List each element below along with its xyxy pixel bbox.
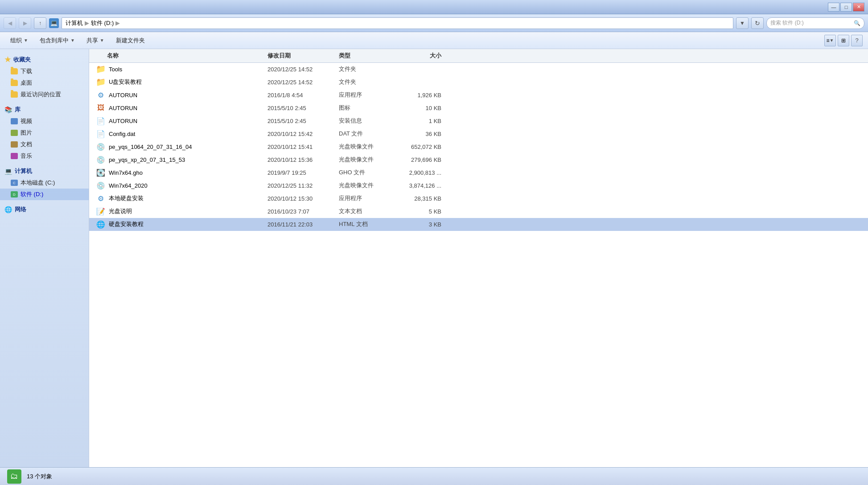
file-type-cell: 文件夹 [339,65,392,73]
file-type-icon: 🌐 [96,220,105,229]
help-button[interactable]: ? [851,35,863,46]
dropdown-icon: ▼ [740,20,745,26]
file-type-icon: ⚙ [96,194,105,203]
folder-icon [11,80,18,86]
table-row[interactable]: ⚙ AUTORUN 2016/1/8 4:54 应用程序 1,926 KB [89,89,868,102]
file-date-cell: 2015/5/10 2:45 [267,105,339,111]
close-button[interactable]: ✕ [853,3,864,12]
file-date-cell: 2020/12/25 14:52 [267,79,339,86]
status-icon: 🗂 [7,469,21,484]
table-row[interactable]: 📝 光盘说明 2016/10/23 7:07 文本文档 5 KB [89,205,868,218]
new-folder-label: 新建文件夹 [116,37,145,45]
refresh-button[interactable]: ↻ [751,17,764,29]
sidebar-item-music[interactable]: 音乐 [0,150,89,162]
sidebar-item-download[interactable]: 下载 [0,66,89,77]
share-button[interactable]: 共享 ▼ [82,34,109,47]
include-dropdown-icon: ▼ [70,38,75,43]
file-date-cell: 2020/12/25 14:52 [267,66,339,73]
view-button[interactable]: ≡ ▼ [824,35,836,46]
organize-label: 组织 [10,37,22,45]
col-type-header[interactable]: 类型 [339,52,392,60]
sidebar-item-d-drive[interactable]: D 软件 (D:) [0,189,89,200]
table-row[interactable]: 💽 Win7x64.gho 2019/9/7 19:25 GHO 文件 2,90… [89,166,868,179]
breadcrumb-computer[interactable]: 计算机 [66,19,83,27]
sidebar-item-video[interactable]: 视频 [0,115,89,127]
file-name-cell: 🌐 硬盘安装教程 [89,220,267,229]
sidebar-network-header[interactable]: 🌐 网络 [0,204,89,215]
file-size-cell: 1 KB [392,118,450,124]
star-icon: ★ [4,55,11,64]
organize-button[interactable]: 组织 ▼ [5,34,33,47]
preview-pane-button[interactable]: ⊞ [838,35,849,46]
include-button[interactable]: 包含到库中 ▼ [35,34,80,47]
pictures-icon [11,130,18,136]
table-row[interactable]: 💿 pe_yqs_xp_20_07_31_15_53 2020/10/12 15… [89,153,868,166]
breadcrumb[interactable]: 计算机 ▶ 软件 (D:) ▶ [62,17,733,29]
preview-icon: ⊞ [841,37,846,44]
forward-button[interactable]: ▶ [19,17,31,29]
back-icon: ◀ [8,20,12,26]
file-type-cell: 光盘映像文件 [339,156,392,164]
sidebar-network-section: 🌐 网络 [0,204,89,215]
sidebar-item-label: 下载 [21,67,32,75]
sidebar-item-c-drive[interactable]: C 本地磁盘 (C:) [0,177,89,189]
file-size-cell: 36 KB [392,131,450,137]
file-name-cell: ⚙ AUTORUN [89,90,267,99]
table-row[interactable]: 📄 AUTORUN 2015/5/10 2:45 安装信息 1 KB [89,115,868,127]
breadcrumb-sep2: ▶ [115,20,120,26]
sidebar-item-desktop[interactable]: 桌面 [0,77,89,89]
sidebar-item-recent[interactable]: 最近访问的位置 [0,89,89,100]
new-folder-button[interactable]: 新建文件夹 [111,34,150,47]
file-name-label: pe_yqs_1064_20_07_31_16_04 [109,144,192,150]
file-type-cell: 光盘映像文件 [339,143,392,151]
file-name-label: AUTORUN [109,105,137,111]
sidebar-item-label: 软件 (D:) [21,190,43,198]
col-name-header[interactable]: 名称 [89,52,267,60]
col-date-header[interactable]: 修改日期 [267,52,339,60]
table-row[interactable]: 📁 Tools 2020/12/25 14:52 文件夹 [89,63,868,76]
sidebar-item-label: 图片 [21,129,32,137]
table-row[interactable]: 📁 U盘安装教程 2020/12/25 14:52 文件夹 [89,76,868,89]
file-type-cell: 应用程序 [339,91,392,99]
sidebar-favorites-section: ★ 收藏夹 下载 桌面 最近访问的位置 [0,53,89,100]
file-name-label: Win7x64_2020 [109,182,148,189]
col-size-header[interactable]: 大小 [392,52,450,60]
network-icon: 🌐 [4,206,12,213]
file-type-cell: GHO 文件 [339,169,392,177]
file-type-cell: HTML 文档 [339,220,392,228]
back-button[interactable]: ◀ [4,17,16,29]
sidebar-item-pictures[interactable]: 图片 [0,127,89,139]
table-row[interactable]: 📄 Config.dat 2020/10/12 15:42 DAT 文件 36 … [89,127,868,140]
help-icon: ? [855,37,858,44]
main-layout: ★ 收藏夹 下载 桌面 最近访问的位置 📚 库 [0,49,868,467]
file-date-cell: 2016/11/21 22:03 [267,221,339,228]
sidebar-computer-header[interactable]: 💻 计算机 [0,165,89,177]
window-controls: — □ ✕ [828,3,864,12]
dropdown-button[interactable]: ▼ [736,17,749,29]
file-type-icon: 💿 [96,142,105,151]
sidebar-favorites-header[interactable]: ★ 收藏夹 [0,53,89,66]
address-bar: ◀ ▶ ↑ 💻 计算机 ▶ 软件 (D:) ▶ ▼ ↻ 搜索 软件 (D:) 🔍 [0,14,868,32]
file-name-cell: ⚙ 本地硬盘安装 [89,194,267,203]
minimize-button[interactable]: — [828,3,839,12]
table-row[interactable]: 🖼 AUTORUN 2015/5/10 2:45 图标 10 KB [89,102,868,115]
table-row[interactable]: 💿 pe_yqs_1064_20_07_31_16_04 2020/10/12 … [89,140,868,153]
file-type-cell: 文件夹 [339,78,392,86]
maximize-button[interactable]: □ [840,3,852,12]
music-icon [11,153,18,159]
sidebar-library-header[interactable]: 📚 库 [0,104,89,115]
file-name-label: AUTORUN [109,118,137,124]
file-list-header: 名称 修改日期 类型 大小 [89,49,868,63]
search-box[interactable]: 搜索 软件 (D:) 🔍 [766,17,864,29]
file-name-label: Win7x64.gho [109,169,143,176]
sidebar-item-documents[interactable]: 文档 [0,139,89,150]
sidebar-network-label: 网络 [15,206,26,214]
table-row[interactable]: ⚙ 本地硬盘安装 2020/10/12 15:30 应用程序 28,315 KB [89,192,868,205]
breadcrumb-drive[interactable]: 软件 (D:) [91,19,114,27]
view-icon: ≡ [827,37,830,44]
up-button[interactable]: ↑ [34,17,46,29]
table-row[interactable]: 🌐 硬盘安装教程 2016/11/21 22:03 HTML 文档 3 KB [89,218,868,231]
table-row[interactable]: 💿 Win7x64_2020 2020/12/25 11:32 光盘映像文件 3… [89,179,868,192]
library-icon: 📚 [4,106,12,113]
sidebar-item-label: 最近访问的位置 [21,90,61,99]
